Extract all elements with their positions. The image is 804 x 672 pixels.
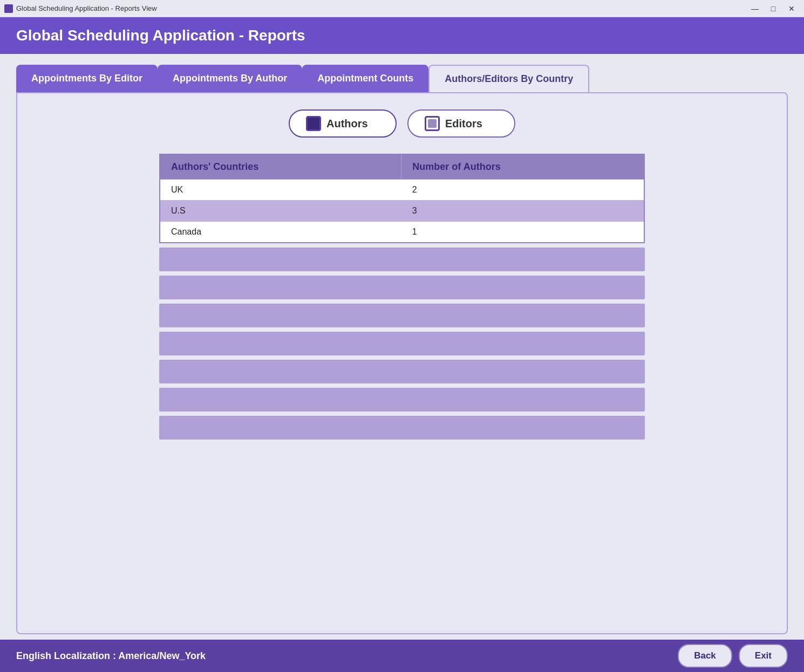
tab-authors-editors-by-country[interactable]: Authors/Editors By Country xyxy=(428,65,589,92)
radio-editors[interactable]: Editors xyxy=(407,109,515,138)
empty-row-7 xyxy=(159,416,645,440)
column-header-country: Authors' Countries xyxy=(160,154,401,180)
exit-button[interactable]: Exit xyxy=(739,644,788,668)
main-content: Appointments By Editor Appointments By A… xyxy=(0,54,804,640)
title-bar-text: Global Scheduling Application - Reports … xyxy=(16,4,157,12)
title-bar-left: Global Scheduling Application - Reports … xyxy=(4,4,157,13)
tabs-container: Appointments By Editor Appointments By A… xyxy=(16,65,788,92)
maximize-button[interactable]: □ xyxy=(765,3,781,15)
tab-panel: Authors Editors Authors' Countries Numbe… xyxy=(16,92,788,634)
radio-editors-circle xyxy=(425,116,440,131)
empty-row-2 xyxy=(159,276,645,299)
empty-row-5 xyxy=(159,360,645,383)
radio-authors-inner xyxy=(308,119,314,128)
table-row: U.S 3 xyxy=(160,201,644,222)
table-header-row: Authors' Countries Number of Authors xyxy=(160,154,644,180)
empty-row-3 xyxy=(159,304,645,327)
back-button[interactable]: Back xyxy=(678,644,732,668)
footer-buttons: Back Exit xyxy=(678,644,788,668)
table-row: Canada 1 xyxy=(160,222,644,243)
cell-count-2: 1 xyxy=(401,222,644,243)
tab-appointment-counts[interactable]: Appointment Counts xyxy=(302,65,428,92)
table-row: UK 2 xyxy=(160,180,644,201)
column-header-count: Number of Authors xyxy=(401,154,644,180)
data-table: Authors' Countries Number of Authors UK … xyxy=(159,154,645,243)
minimize-button[interactable]: — xyxy=(747,3,763,15)
empty-row-6 xyxy=(159,388,645,412)
tab-appointments-by-author[interactable]: Appointments By Author xyxy=(158,65,302,92)
radio-row: Authors Editors xyxy=(289,109,515,138)
title-bar: Global Scheduling Application - Reports … xyxy=(0,0,804,17)
app-title: Global Scheduling Application - Reports xyxy=(16,27,305,44)
radio-editors-label: Editors xyxy=(445,118,482,130)
radio-editors-inner xyxy=(428,119,437,128)
empty-row-4 xyxy=(159,332,645,355)
footer-localization: English Localization : America/New_York xyxy=(16,650,206,662)
app-footer: English Localization : America/New_York … xyxy=(0,640,804,672)
radio-authors-circle xyxy=(306,116,321,131)
close-button[interactable]: ✕ xyxy=(783,3,800,15)
radio-authors-label: Authors xyxy=(326,118,368,130)
cell-count-1: 3 xyxy=(401,201,644,222)
cell-country-1: U.S xyxy=(160,201,401,222)
cell-count-0: 2 xyxy=(401,180,644,201)
cell-country-0: UK xyxy=(160,180,401,201)
empty-rows-section xyxy=(159,248,645,440)
cell-country-2: Canada xyxy=(160,222,401,243)
tab-appointments-by-editor[interactable]: Appointments By Editor xyxy=(16,65,158,92)
app-icon xyxy=(4,4,13,13)
empty-row-1 xyxy=(159,248,645,271)
app-header: Global Scheduling Application - Reports xyxy=(0,17,804,54)
radio-authors[interactable]: Authors xyxy=(289,109,397,138)
title-bar-controls: — □ ✕ xyxy=(747,3,800,15)
